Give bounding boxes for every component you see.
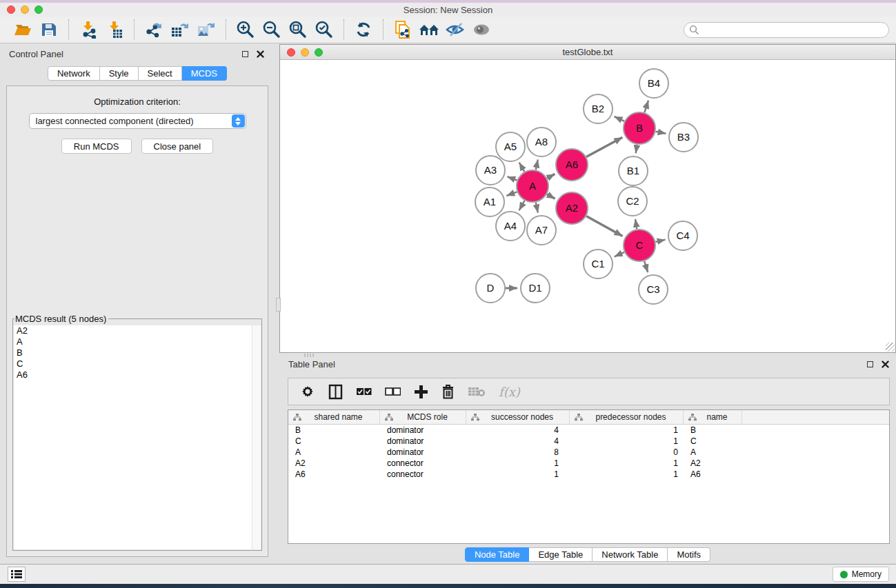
graph-edge-A-A8[interactable] xyxy=(536,159,538,170)
zoom-out-button[interactable] xyxy=(259,19,285,41)
graph-node-C[interactable]: C xyxy=(624,230,655,261)
window-resize-grip[interactable] xyxy=(886,343,895,352)
graph-edge-A-A2[interactable] xyxy=(547,194,555,199)
run-mcds-button[interactable]: Run MCDS xyxy=(61,139,132,154)
table-cell[interactable]: connector xyxy=(380,469,466,479)
table-cell[interactable]: A2 xyxy=(684,458,742,468)
graph-node-C1[interactable]: C1 xyxy=(584,250,613,278)
tab-select[interactable]: Select xyxy=(139,66,182,81)
tab-motifs[interactable]: Motifs xyxy=(668,547,710,562)
tab-mcds[interactable]: MCDS xyxy=(182,66,227,81)
table-row[interactable]: Adominator80A xyxy=(288,447,889,458)
table-cell[interactable]: 1 xyxy=(570,458,684,468)
mcds-result-scrollbar[interactable] xyxy=(252,325,261,549)
graph-node-A1[interactable]: A1 xyxy=(475,187,504,216)
open-session-button[interactable] xyxy=(10,19,36,41)
graph-node-A5[interactable]: A5 xyxy=(496,132,525,161)
table-cell[interactable]: dominator xyxy=(380,425,466,435)
graph-node-A6[interactable]: A6 xyxy=(556,149,588,181)
table-cell[interactable]: 4 xyxy=(466,436,570,446)
tab-style[interactable]: Style xyxy=(100,66,139,81)
zoom-fit-button[interactable] xyxy=(285,19,311,41)
graph-node-B4[interactable]: B4 xyxy=(639,69,668,98)
tab-network[interactable]: Network xyxy=(48,66,100,81)
graph-node-A8[interactable]: A8 xyxy=(527,128,556,156)
import-table-button[interactable] xyxy=(101,19,128,41)
table-cell[interactable]: 8 xyxy=(466,447,570,457)
graph-edge-B-B2[interactable] xyxy=(615,116,625,121)
graph-node-A4[interactable]: A4 xyxy=(496,212,525,241)
graph-node-C2[interactable]: C2 xyxy=(618,187,647,216)
optimization-criterion-dropdown[interactable]: largest connected component (directed) xyxy=(29,113,246,129)
graph-node-B3[interactable]: B3 xyxy=(669,123,698,152)
memory-button[interactable]: Memory xyxy=(833,567,889,582)
zoom-selected-button[interactable] xyxy=(311,19,337,41)
hide-graphics-details-button[interactable] xyxy=(442,19,468,41)
graph-node-D1[interactable]: D1 xyxy=(521,274,550,303)
table-cell[interactable]: 1 xyxy=(570,469,684,479)
table-cell[interactable]: 1 xyxy=(570,425,684,435)
graph-edge-B-B1[interactable] xyxy=(636,145,637,154)
close-table-panel-icon[interactable] xyxy=(882,361,889,368)
select-all-columns-button[interactable] xyxy=(356,387,372,396)
graph-edge-B-B4[interactable] xyxy=(644,101,648,112)
function-builder-label[interactable]: f(x) xyxy=(499,385,520,399)
tab-network-table[interactable]: Network Table xyxy=(593,547,668,562)
graph-node-A[interactable]: A xyxy=(517,170,548,202)
unselect-all-columns-button[interactable] xyxy=(385,387,401,396)
graph-edge-A-A7[interactable] xyxy=(536,203,538,213)
graph-node-A2[interactable]: A2 xyxy=(556,192,588,224)
tab-edge-table[interactable]: Edge Table xyxy=(529,547,593,562)
new-network-from-selection-button[interactable] xyxy=(390,19,416,41)
delete-columns-button[interactable] xyxy=(441,384,455,399)
network-window-titlebar[interactable]: testGlobe.txt xyxy=(280,45,895,60)
table-options-gear-button[interactable] xyxy=(300,384,315,399)
import-network-button[interactable] xyxy=(75,19,101,41)
table-cell[interactable]: C xyxy=(684,436,742,446)
graph-edge-A-A1[interactable] xyxy=(506,192,517,196)
search-input[interactable] xyxy=(684,22,889,38)
table-cell[interactable]: A6 xyxy=(288,469,380,479)
table-cell[interactable]: 1 xyxy=(570,436,684,446)
show-graphics-details-button[interactable] xyxy=(468,19,495,41)
table-row[interactable]: A2connector11A2 xyxy=(288,458,889,469)
mcds-result-item[interactable]: C xyxy=(14,358,261,369)
table-cell[interactable]: B xyxy=(684,425,742,435)
table-cell[interactable]: A2 xyxy=(288,458,380,468)
table-row[interactable]: A6connector11A6 xyxy=(288,469,889,480)
graph-edge-A-A5[interactable] xyxy=(519,163,525,172)
mcds-result-item[interactable]: A6 xyxy=(14,369,261,381)
graph-edge-C-C3[interactable] xyxy=(644,261,648,272)
graph-edge-A2-C[interactable] xyxy=(586,216,622,236)
mcds-result-item[interactable]: A xyxy=(14,336,261,347)
first-neighbors-button[interactable] xyxy=(416,19,442,41)
graph-edge-B-B3[interactable] xyxy=(656,132,666,134)
graph-node-D[interactable]: D xyxy=(476,274,505,303)
table-cell[interactable]: B xyxy=(288,425,380,435)
graph-edge-C-C2[interactable] xyxy=(635,219,637,230)
add-column-button[interactable] xyxy=(414,385,428,399)
graph-node-B2[interactable]: B2 xyxy=(584,94,613,123)
table-cell[interactable]: dominator xyxy=(380,436,466,446)
close-panel-button[interactable]: Close panel xyxy=(141,139,214,154)
column-header-MCDS-role[interactable]: MCDS role xyxy=(380,410,466,424)
mcds-result-item[interactable]: A2 xyxy=(14,325,261,336)
column-header-successor-nodes[interactable]: successor nodes xyxy=(466,410,570,424)
save-session-button[interactable] xyxy=(36,19,62,41)
table-cell[interactable]: dominator xyxy=(380,447,466,457)
graph-edge-A6-B[interactable] xyxy=(586,137,622,156)
table-row[interactable]: Cdominator41C xyxy=(288,436,889,447)
table-cell[interactable]: 0 xyxy=(570,447,684,457)
export-network-button[interactable] xyxy=(141,19,167,41)
graph-node-A7[interactable]: A7 xyxy=(527,216,556,245)
graph-edge-A-A3[interactable] xyxy=(507,176,517,180)
graph-edge-C-C4[interactable] xyxy=(655,240,665,242)
graph-node-C4[interactable]: C4 xyxy=(668,221,697,250)
float-panel-icon[interactable] xyxy=(242,51,248,57)
export-image-button[interactable] xyxy=(193,19,219,41)
task-history-button[interactable] xyxy=(8,567,26,582)
graph-edge-A-A6[interactable] xyxy=(547,174,555,178)
column-header-shared-name[interactable]: shared name xyxy=(288,410,380,424)
refresh-button[interactable] xyxy=(350,19,377,41)
delete-table-button[interactable] xyxy=(468,386,486,397)
